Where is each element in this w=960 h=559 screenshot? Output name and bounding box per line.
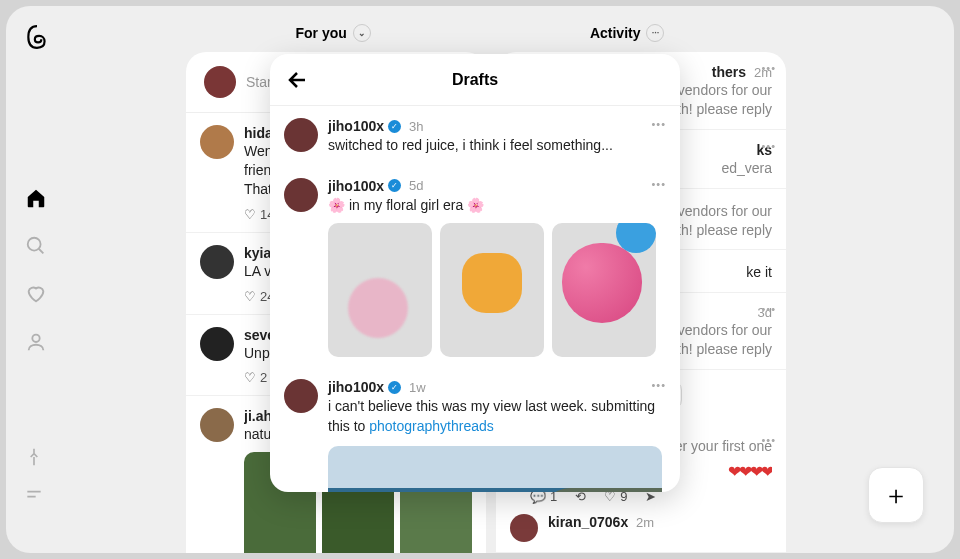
tab-activity-label: Activity xyxy=(590,25,641,41)
avatar xyxy=(200,327,234,361)
tab-activity[interactable]: Activity ··· xyxy=(590,24,665,42)
draft-time: 1w xyxy=(409,380,426,395)
back-arrow-icon[interactable] xyxy=(286,68,310,92)
more-icon[interactable]: ••• xyxy=(651,379,666,391)
flower-emoji-icon: 🌸 xyxy=(467,197,484,213)
home-icon[interactable] xyxy=(24,186,48,210)
avatar xyxy=(284,379,318,413)
avatar xyxy=(204,66,236,98)
svg-point-0 xyxy=(28,238,41,251)
more-icon[interactable]: ··· xyxy=(646,24,664,42)
drafts-modal: Drafts jiho100x ✓ 3h switched to red jui… xyxy=(270,54,680,492)
heart-icon[interactable] xyxy=(24,282,48,306)
more-icon[interactable]: ••• xyxy=(651,178,666,190)
activity-author: thers xyxy=(712,64,746,80)
avatar xyxy=(284,178,318,212)
draft-time: 3h xyxy=(409,119,423,134)
draft-image[interactable] xyxy=(328,446,662,492)
draft-image[interactable] xyxy=(552,223,656,357)
more-icon[interactable]: ••• xyxy=(761,140,776,152)
draft-item[interactable]: jiho100x ✓ 3h switched to red juice, i t… xyxy=(270,106,680,166)
profile-icon[interactable] xyxy=(24,330,48,354)
header-tabs: For you ⌄ Activity ··· xyxy=(186,24,774,42)
draft-item[interactable]: jiho100x ✓ 5d 🌸 in my floral girl era 🌸 … xyxy=(270,166,680,368)
draft-image[interactable] xyxy=(440,223,544,357)
avatar xyxy=(284,118,318,152)
draft-text: i can't believe this was my view last we… xyxy=(328,397,662,436)
draft-image-row xyxy=(328,223,662,357)
modal-header: Drafts xyxy=(270,54,680,106)
more-icon[interactable]: ••• xyxy=(761,434,776,446)
tab-for-you[interactable]: For you ⌄ xyxy=(296,24,371,42)
sidebar-bottom xyxy=(24,447,44,523)
draft-text: switched to red juice, i think i feel so… xyxy=(328,136,662,156)
draft-text: 🌸 in my floral girl era 🌸 xyxy=(328,196,662,216)
compose-button[interactable]: ＋ xyxy=(868,467,924,523)
more-icon[interactable]: ••• xyxy=(761,303,776,315)
more-icon[interactable]: ••• xyxy=(651,118,666,130)
draft-author: jiho100x xyxy=(328,118,384,134)
activity-item[interactable]: kiran_0706x 2m xyxy=(496,514,786,553)
draft-author: jiho100x xyxy=(328,178,384,194)
tab-for-you-label: For you xyxy=(296,25,347,41)
verified-badge-icon: ✓ xyxy=(388,381,401,394)
flower-emoji-icon: 🌸 xyxy=(328,197,345,213)
draft-item[interactable]: jiho100x ✓ 1w i can't believe this was m… xyxy=(270,367,680,492)
hashtag-link[interactable]: photographythreads xyxy=(369,418,494,434)
pin-icon[interactable] xyxy=(24,447,44,467)
like-button[interactable]: ♡ 2 xyxy=(244,370,267,385)
draft-image[interactable] xyxy=(328,223,432,357)
verified-badge-icon: ✓ xyxy=(388,120,401,133)
avatar xyxy=(200,245,234,279)
draft-author: jiho100x xyxy=(328,379,384,395)
draft-time: 5d xyxy=(409,178,423,193)
modal-title: Drafts xyxy=(452,71,498,89)
svg-point-1 xyxy=(32,335,39,342)
activity-time: 2m xyxy=(636,515,654,530)
avatar xyxy=(510,514,538,542)
search-icon[interactable] xyxy=(24,234,48,258)
avatar xyxy=(200,125,234,159)
more-icon[interactable]: ••• xyxy=(761,62,776,74)
menu-icon[interactable] xyxy=(24,485,44,505)
drafts-list: jiho100x ✓ 3h switched to red juice, i t… xyxy=(270,106,680,492)
verified-badge-icon: ✓ xyxy=(388,179,401,192)
chevron-down-icon[interactable]: ⌄ xyxy=(353,24,371,42)
avatar xyxy=(200,408,234,442)
activity-author: kiran_0706x xyxy=(548,514,628,530)
